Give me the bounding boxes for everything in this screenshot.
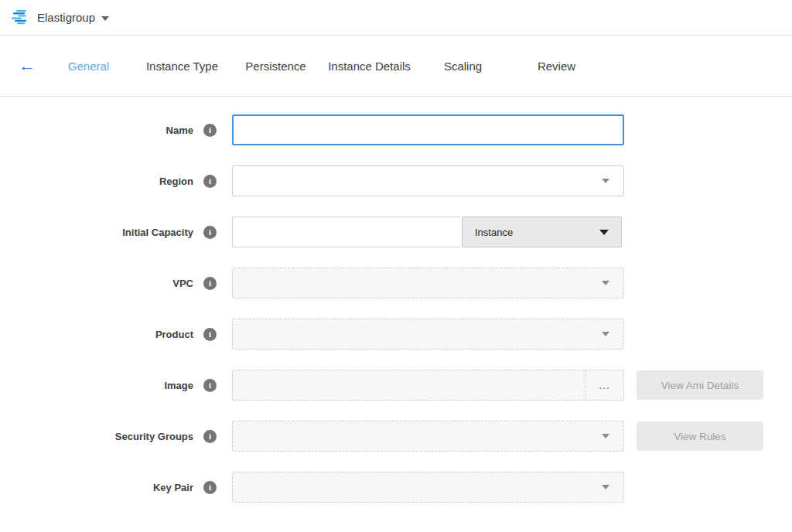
- name-row: Name: [0, 114, 792, 145]
- key-pair-select: [232, 472, 624, 503]
- view-ami-details-button: View Ami Details: [637, 370, 763, 400]
- key-pair-info-icon[interactable]: [203, 481, 217, 494]
- name-input[interactable]: [232, 114, 624, 145]
- tab-review[interactable]: Review: [510, 60, 603, 73]
- capacity-unit-value: Instance: [475, 227, 513, 238]
- product-select: [232, 319, 624, 350]
- product-row: Product: [0, 319, 792, 350]
- tab-instance-details[interactable]: Instance Details: [323, 60, 416, 73]
- image-info-icon[interactable]: [203, 379, 217, 392]
- security-groups-select: [232, 421, 624, 452]
- product-name: Elastigroup: [37, 11, 95, 24]
- wizard-tab-bar: General Instance Type Persistence Instan…: [0, 36, 792, 97]
- product-info-icon[interactable]: [203, 328, 217, 341]
- caret-down-icon: [101, 16, 109, 21]
- initial-capacity-input[interactable]: [232, 217, 462, 247]
- initial-capacity-info-icon[interactable]: [203, 226, 217, 239]
- security-groups-label: Security Groups: [115, 431, 193, 442]
- key-pair-row: Key Pair: [0, 472, 792, 503]
- general-settings-form: Name Region Initial Capacity Instance VP…: [0, 97, 792, 503]
- region-select[interactable]: [232, 165, 624, 196]
- tab-instance-type[interactable]: Instance Type: [135, 60, 229, 73]
- spotinst-logo-icon: [11, 9, 31, 27]
- view-rules-button: View Rules: [637, 421, 763, 451]
- key-pair-label: Key Pair: [153, 482, 193, 493]
- product-menu[interactable]: Elastigroup: [37, 11, 109, 24]
- product-label: Product: [155, 329, 193, 340]
- tab-scaling[interactable]: Scaling: [416, 60, 510, 73]
- initial-capacity-label: Initial Capacity: [122, 227, 193, 238]
- image-field: ...: [232, 370, 624, 401]
- name-info-icon[interactable]: [203, 124, 217, 137]
- chevron-down-icon: [602, 434, 609, 438]
- chevron-down-icon: [602, 179, 609, 183]
- vpc-select: [232, 268, 624, 298]
- region-info-icon[interactable]: [203, 175, 217, 188]
- image-value-area: [233, 370, 585, 400]
- security-groups-row: Security Groups View Rules: [0, 421, 792, 452]
- capacity-unit-select[interactable]: Instance: [462, 217, 622, 247]
- region-label: Region: [159, 176, 193, 187]
- chevron-down-icon: [599, 230, 609, 235]
- chevron-down-icon: [602, 332, 609, 336]
- image-row: Image ... View Ami Details: [0, 370, 792, 401]
- app-bar: Elastigroup: [0, 0, 792, 36]
- image-browse-button: ...: [585, 370, 623, 400]
- initial-capacity-row: Initial Capacity Instance: [0, 217, 792, 247]
- region-row: Region: [0, 165, 792, 196]
- tab-persistence[interactable]: Persistence: [229, 60, 323, 73]
- name-label: Name: [166, 124, 193, 136]
- vpc-info-icon[interactable]: [203, 277, 217, 290]
- chevron-down-icon: [602, 281, 609, 285]
- vpc-row: VPC: [0, 268, 792, 298]
- tab-general[interactable]: General: [42, 60, 135, 73]
- vpc-label: VPC: [172, 278, 193, 289]
- security-groups-info-icon[interactable]: [203, 430, 217, 443]
- back-arrow-button[interactable]: [15, 54, 39, 77]
- chevron-down-icon: [602, 485, 609, 489]
- image-label: Image: [164, 380, 193, 391]
